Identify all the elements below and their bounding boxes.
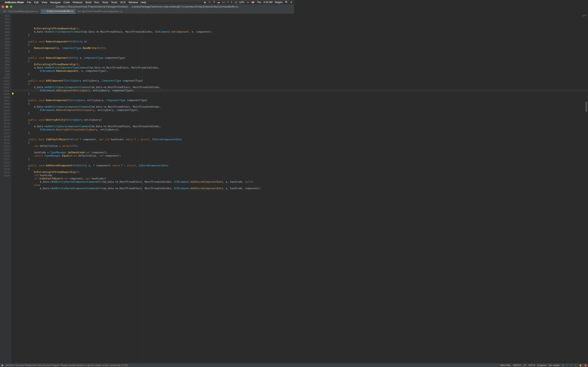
dropbox-icon[interactable]: ⠻: [213, 1, 215, 4]
editor[interactable]: 9819829839849859869879889899909919929939…: [0, 14, 294, 184]
menu-refactor[interactable]: Refactor: [73, 1, 83, 4]
window-titlebar[interactable]: Onmaku [~/Documents/Unity Projects/Inter…: [0, 4, 294, 9]
menu-extra-icon[interactable]: ≡: [291, 1, 292, 4]
menu-vcs[interactable]: VCS: [120, 1, 126, 4]
record-icon[interactable]: ⦿: [208, 1, 211, 4]
displays-icon[interactable]: ▭: [222, 1, 225, 4]
csharp-icon: C#: [78, 10, 81, 13]
code-area[interactable]: OFF EnforceSingleThreadOwnership(); m_Da…: [11, 14, 294, 184]
tab-timetravelbaking[interactable]: C# TimeTravelBakingSystem.cs: [1, 9, 40, 14]
clock-time[interactable]: 4:15 AM: [264, 1, 273, 4]
window-close-button[interactable]: [2, 6, 4, 8]
tab-label: TimeTravelBakingSystem.cs: [7, 10, 38, 13]
csharp-icon: C#: [3, 10, 6, 13]
volume-icon[interactable]: ♪): [235, 1, 237, 4]
user-name[interactable]: 5argon: [275, 1, 283, 4]
tab-bpmtimetravel[interactable]: C# BpmTimeTravelProcessingSystem.cs: [76, 9, 125, 14]
battery-icon[interactable]: ▭: [247, 1, 249, 4]
csharp-icon: C#: [43, 10, 45, 12]
menu-tools[interactable]: Tools: [111, 1, 117, 4]
bluetooth-icon[interactable]: ᛒ: [231, 1, 232, 4]
app-name[interactable]: JetBrains Rider: [4, 1, 24, 4]
unity-icon[interactable]: ◈: [204, 1, 206, 4]
menu-file[interactable]: File: [27, 1, 31, 4]
menu-build[interactable]: Build: [86, 1, 91, 4]
menu-code[interactable]: Code: [63, 1, 70, 4]
window-zoom-button[interactable]: [10, 6, 12, 8]
menu-help[interactable]: Help: [141, 1, 146, 4]
tab-label: BpmTimeTravelProcessingSystem.cs: [82, 10, 122, 13]
window-minimize-button[interactable]: [6, 6, 8, 8]
cloud-icon[interactable]: ☁: [217, 1, 220, 4]
window-title: Onmaku [~/Documents/Unity Projects/Inter…: [0, 5, 294, 8]
macos-menubar: JetBrains Rider File Edit View Navigate …: [0, 0, 294, 4]
menu-view[interactable]: View: [42, 1, 47, 4]
battery-text[interactable]: 12%: [239, 1, 244, 4]
editor-tab-bar: C# TimeTravelBakingSystem.cs C# EntityCo…: [0, 9, 294, 14]
menu-navigate[interactable]: Navigate: [50, 1, 61, 4]
line-number-gutter[interactable]: 9819829839849859869879889899909919929939…: [0, 14, 11, 184]
tab-label: EntityCommandBuffer.cs: [47, 10, 73, 13]
menu-window[interactable]: Window: [129, 1, 138, 4]
input-flag-icon[interactable]: 🇺🇸: [251, 1, 254, 4]
menu-tests[interactable]: Tests: [102, 1, 108, 4]
clock-day[interactable]: Thu: [257, 1, 261, 4]
wifi-icon[interactable]: ⌔: [227, 1, 228, 4]
tab-entitycommandbuffer[interactable]: C# EntityCommandBuffer.cs: [40, 9, 76, 14]
menu-run[interactable]: Run: [94, 1, 99, 4]
search-icon[interactable]: 🔍: [285, 1, 288, 4]
menu-edit[interactable]: Edit: [34, 1, 39, 4]
